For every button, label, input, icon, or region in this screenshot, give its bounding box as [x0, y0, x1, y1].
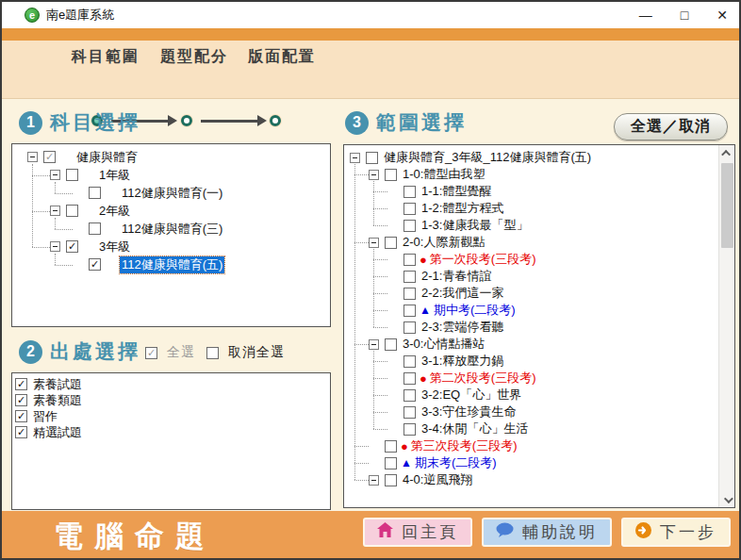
tree-item-label[interactable]: 1-1:體型覺醒 — [420, 183, 493, 200]
tree-item-label[interactable]: 健康與體育_3年級_112健康與體育(五) — [382, 149, 593, 166]
tree-item-checkbox[interactable] — [89, 187, 101, 199]
deselect-all-checkbox[interactable] — [206, 347, 219, 359]
select-all-toggle-button[interactable]: 全選／取消 — [614, 113, 728, 140]
tree-item-checkbox[interactable] — [403, 305, 416, 317]
tree-item-checkbox[interactable] — [403, 220, 416, 232]
tree-item-checkbox[interactable] — [43, 151, 56, 163]
tree-item-checkbox[interactable] — [403, 406, 416, 419]
list-item-checkbox[interactable] — [15, 394, 27, 406]
list-item[interactable]: 素養類題 — [12, 392, 330, 408]
tree-item-label[interactable]: 1年級 — [97, 167, 132, 184]
minimize-button[interactable]: — — [639, 8, 652, 22]
tree-item[interactable]: 2-2:我們這一家 — [344, 285, 718, 302]
tree-item-label[interactable]: 第二次段考(三段考) — [428, 370, 538, 387]
tree-item-label[interactable]: 健康與體育 — [74, 149, 140, 166]
expand-toggle-icon[interactable] — [350, 153, 360, 163]
tree-item-checkbox[interactable] — [385, 338, 397, 351]
expand-toggle-icon[interactable] — [50, 206, 60, 216]
tree-item-label[interactable]: 第一次段考(三段考) — [428, 251, 538, 268]
tree-item-checkbox[interactable] — [403, 321, 416, 334]
tree-item-checkbox[interactable] — [403, 423, 416, 436]
scroll-up-icon[interactable] — [719, 145, 735, 160]
tree-item-label[interactable]: 2年級 — [97, 203, 132, 220]
tree-item-checkbox[interactable] — [385, 440, 397, 453]
tree-item[interactable]: 3-3:守住珍貴生命 — [344, 404, 718, 420]
tree-item-checkbox[interactable] — [403, 372, 416, 385]
expand-toggle-icon[interactable] — [27, 152, 38, 162]
tree-item[interactable]: 1-0:體型由我塑 — [344, 166, 718, 183]
scroll-down-icon[interactable] — [719, 492, 735, 507]
expand-toggle-icon[interactable] — [369, 339, 379, 350]
tree-item-checkbox[interactable] — [403, 254, 416, 266]
tree-item-label[interactable]: 3-2:EQ「心」世界 — [420, 387, 523, 404]
tree-item-label[interactable]: 3-0:心情點播站 — [401, 336, 486, 353]
tree-item-checkbox[interactable] — [403, 186, 416, 198]
tree-item-checkbox[interactable] — [66, 240, 78, 253]
help-button[interactable]: 輔助說明 — [482, 518, 612, 547]
tree-item-label[interactable]: 3-3:守住珍貴生命 — [420, 404, 518, 420]
expand-toggle-icon[interactable] — [369, 238, 379, 248]
tree-item[interactable]: 3年級 — [12, 238, 330, 255]
tree-item[interactable]: 2年級 — [12, 202, 330, 220]
home-button[interactable]: 回主頁 — [363, 518, 472, 547]
tree-item-label[interactable]: 1-3:健康我最「型」 — [420, 217, 530, 234]
tree-item[interactable]: 2-3:雲端停看聽 — [344, 319, 718, 336]
tree-item-label[interactable]: 3-4:休閒「心」生活 — [420, 420, 530, 437]
tree-item-checkbox[interactable] — [403, 355, 416, 368]
tree-item-label[interactable]: 2-1:青春情誼 — [420, 268, 493, 285]
tree-item[interactable]: ●第三次段考(三段考) — [344, 437, 718, 454]
select-all-checkbox-group[interactable]: 全選 — [145, 344, 195, 361]
next-step-button[interactable]: 下一步 — [621, 518, 731, 547]
tree-item[interactable]: 2-0:人際新觀點 — [344, 234, 718, 251]
tree-item-label[interactable]: 112健康與體育(一) — [120, 185, 224, 202]
tree-item-checkbox[interactable] — [66, 205, 78, 217]
tree-item-checkbox[interactable] — [366, 152, 378, 164]
tree-item-label[interactable]: 112健康與體育(五) — [120, 256, 224, 273]
close-button[interactable]: ✕ — [716, 8, 728, 22]
tree-item-label[interactable]: 期末考(二段考) — [413, 454, 499, 471]
tree-item-checkbox[interactable] — [89, 222, 101, 235]
tree-item-checkbox[interactable] — [403, 288, 416, 300]
select-all-checkbox[interactable] — [145, 347, 157, 359]
tree-item-checkbox[interactable] — [403, 389, 416, 402]
list-item[interactable]: 精選試題 — [12, 424, 330, 440]
tree-item[interactable]: 112健康與體育(一) — [12, 184, 330, 202]
tree-item-label[interactable]: 1-0:體型由我塑 — [401, 166, 486, 183]
list-item[interactable]: 習作 — [12, 408, 330, 424]
tree-item-label[interactable]: 4-0:逆風飛翔 — [401, 471, 474, 488]
tree-item-label[interactable]: 2-2:我們這一家 — [420, 285, 505, 302]
tree-item-checkbox[interactable] — [89, 258, 101, 271]
tree-item[interactable]: 1年級 — [12, 166, 330, 184]
tree-item-label[interactable]: 2-3:雲端停看聽 — [420, 319, 505, 336]
tree-item[interactable]: ●第二次段考(三段考) — [344, 370, 718, 387]
tree-item[interactable]: 健康與體育 — [12, 148, 330, 166]
expand-toggle-icon[interactable] — [369, 170, 379, 180]
tree-item[interactable]: ●第一次段考(三段考) — [344, 251, 718, 268]
deselect-all-checkbox-group[interactable]: 取消全選 — [206, 344, 285, 361]
list-item[interactable]: 素養試題 — [12, 376, 330, 392]
tree-item[interactable]: 2-1:青春情誼 — [344, 268, 718, 285]
tree-item-checkbox[interactable] — [403, 271, 416, 283]
list-item-checkbox[interactable] — [15, 426, 27, 438]
tree-item-checkbox[interactable] — [403, 203, 416, 215]
tree-item-label[interactable]: 第三次段考(三段考) — [409, 437, 519, 454]
tree-item-checkbox[interactable] — [385, 169, 397, 181]
tree-item-label[interactable]: 3-1:釋放壓力鍋 — [420, 353, 505, 370]
tree-item[interactable]: 3-1:釋放壓力鍋 — [344, 353, 718, 370]
tree-item-label[interactable]: 期中考(二段考) — [432, 302, 518, 319]
tree-item-checkbox[interactable] — [385, 474, 397, 486]
scrollbar-thumb[interactable] — [721, 163, 733, 248]
tree-item[interactable]: 112健康與體育(三) — [12, 220, 330, 238]
list-item-checkbox[interactable] — [15, 378, 27, 390]
tree-item-checkbox[interactable] — [66, 169, 78, 181]
tree-item-checkbox[interactable] — [385, 457, 397, 469]
expand-toggle-icon[interactable] — [50, 241, 60, 252]
list-item-checkbox[interactable] — [15, 410, 27, 422]
tree-item[interactable]: 1-1:體型覺醒 — [344, 183, 718, 200]
tree-item-label[interactable]: 3年級 — [97, 239, 132, 255]
tree-item[interactable]: 1-2:體型方程式 — [344, 200, 718, 217]
scrollbar[interactable] — [718, 145, 734, 507]
tree-item[interactable]: ▲期末考(二段考) — [344, 454, 718, 471]
tree-item[interactable]: ▲期中考(二段考) — [344, 302, 718, 319]
tree-item[interactable]: 4-0:逆風飛翔 — [344, 471, 718, 488]
